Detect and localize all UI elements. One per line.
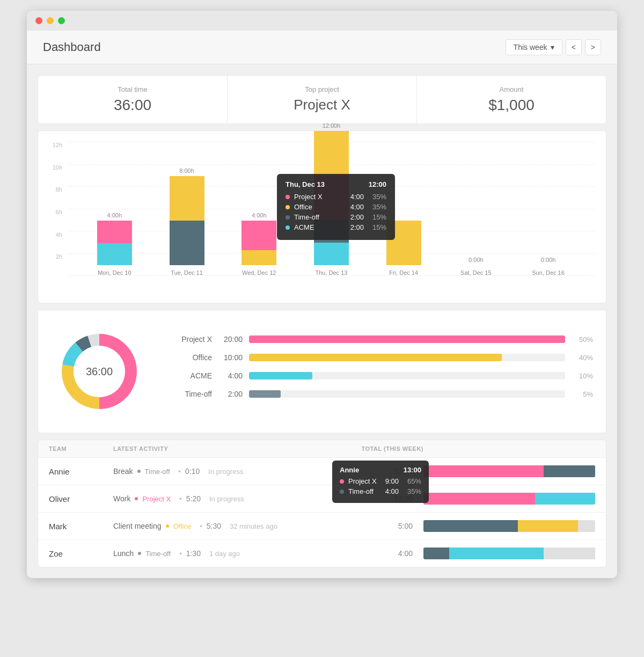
project-time: 10:00 [218,353,243,362]
minimize-button[interactable] [47,17,54,24]
bar-segment [241,250,276,265]
stat-amount: Amount $1,000 [417,76,606,123]
bar-segment [314,131,349,176]
total-time-label: Total time [49,85,216,93]
activity-task: Break [113,467,133,476]
team-bar-area [423,465,595,477]
project-row: Office10:0040% [169,353,593,362]
tt-time: 13:00 [404,466,421,474]
tt-dot [340,490,344,494]
tt-time-val: 9:00 [385,477,399,485]
activity-bullet: • [179,468,181,476]
y-label: 2h [49,253,62,260]
project-time: 20:00 [218,335,243,344]
y-label: 12h [49,142,62,148]
bar-x-label: Tue, Dec 11 [171,269,203,276]
activity-info: WorkProject X•5:20In progress [113,494,359,503]
bar-label-top: 4:00h [107,212,122,218]
team-row: MarkClient meetingOffice•5:3032 minutes … [38,513,606,540]
team-bar-area [423,548,595,559]
activity-status: 1 day ago [209,550,240,558]
member-name: Annie [49,467,113,476]
tt-pct: 65% [407,477,421,485]
bar-x-label: Mon, Dec 10 [98,269,131,276]
bar-group[interactable]: 0:00hSun, Dec 16 [524,257,573,276]
bar-label-top: 8:00h [179,167,194,174]
prev-button[interactable]: < [566,39,582,55]
y-axis: 2h4h6h8h10h12h [49,142,68,276]
chevron-down-icon: ▾ [551,43,554,52]
stat-top-project: Top project Project X [228,76,417,123]
bar-label-top: 0:00h [541,257,556,263]
activity-status: In progress [208,468,243,476]
team-bar-segment [544,548,595,559]
bar-label-top: 0:00h [469,257,484,263]
tooltip-day: Thu, Dec 13 [286,180,325,188]
tt-dot [340,479,344,484]
maximize-button[interactable] [58,17,65,24]
tooltip-time-val: 2:00 [350,213,364,221]
bar-stack [97,221,132,265]
member-total-time: 4:00 [359,549,423,558]
main-content: Total time 36:00 Top project Project X A… [27,64,617,578]
tooltip-pct: 15% [372,213,386,221]
project-bar-fill [249,372,312,379]
team-bar-segment [423,465,544,477]
bar-segment [241,221,276,250]
next-button[interactable]: > [585,39,601,55]
tooltip-label: Time-off [294,213,346,221]
y-label: 10h [49,164,62,171]
team-header: Team Latest Activity Total (This Week) [38,440,606,458]
team-tooltip-header: Annie13:00 [340,466,421,474]
tooltip-time-val: 4:00 [350,203,364,211]
tooltip-dot [286,205,290,209]
stats-row: Total time 36:00 Top project Project X A… [38,75,606,124]
activity-task: Work [113,494,130,503]
activity-dot [135,497,138,500]
bar-x-label: Thu, Dec 13 [315,269,347,276]
team-bar-segment [518,520,578,532]
header: Dashboard This week ▾ < > [27,31,617,64]
tooltip-dot [286,225,290,230]
tooltip-time: 12:00 [369,180,386,188]
team-row: OliverWorkProject X•5:20In progress13:00 [38,485,606,513]
bar-group[interactable]: 0:00hSat, Dec 15 [452,257,500,276]
bar-group[interactable]: 8:00hTue, Dec 11 [163,167,211,276]
this-week-button[interactable]: This week ▾ [506,39,562,55]
top-project-value: Project X [238,97,406,113]
team-bar-segment [544,465,595,477]
bar-group[interactable]: 4:00hMon, Dec 10 [90,212,138,276]
bar-segment [314,243,349,265]
bar-segment [170,221,204,265]
team-bar-segment [423,493,535,505]
activity-duration: 5:30 [207,522,221,530]
tt-time-val: 4:00 [385,487,399,495]
header-controls: This week ▾ < > [506,39,601,55]
project-name: Project X [169,335,212,344]
bar-group[interactable]: 4:00hWed, Dec 12 [235,212,283,276]
tt-label: Project X [348,477,381,485]
breakdown-section: 36:00 Project X20:0050%Office10:0040%ACM… [38,310,606,433]
close-button[interactable] [35,17,42,24]
amount-value: $1,000 [428,97,595,114]
member-total-time: 5:00 [359,522,423,530]
activity-status: 32 minutes ago [230,522,277,530]
project-bar-fill [249,354,502,361]
team-rows: AnnieBreakTime-off•0:10In progress13:00A… [38,458,606,567]
tooltip-row: Time-off2:0015% [286,213,386,221]
bar-x-label: Wed, Dec 12 [242,269,276,276]
project-name: ACME [169,371,212,380]
tt-name: Annie [340,466,359,474]
tooltip-time-val: 2:00 [350,223,364,231]
total-time-value: 36:00 [49,97,216,114]
donut-center-label: 36:00 [86,366,113,378]
activity-task: Client meeting [113,522,162,530]
bar-x-label: Sat, Dec 15 [460,269,491,276]
bar-stack [170,176,204,265]
tt-label: Time-off [348,487,381,495]
stat-total-time: Total time 36:00 [38,76,228,123]
project-bar-bg [249,390,565,398]
activity-project: Time-off [145,550,171,558]
col-total-label: Total (This Week) [359,446,423,452]
tooltip-time-val: 4:00 [350,193,364,201]
